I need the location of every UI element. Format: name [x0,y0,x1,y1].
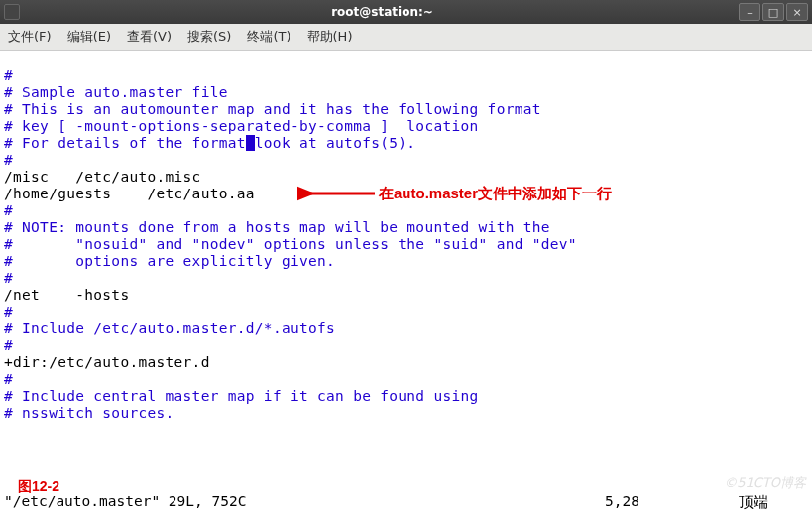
menu-bar: 文件(F) 编辑(E) 查看(V) 搜索(S) 终端(T) 帮助(H) [0,24,812,51]
file-line: # [4,202,13,218]
file-line: /misc /etc/auto.misc [4,169,201,185]
file-line: # [4,304,13,320]
file-line: # key [ -mount-options-separated-by-comm… [4,118,479,134]
maximize-button[interactable]: □ [762,3,784,21]
file-line: # Include /etc/auto.master.d/*.autofs [4,321,335,336]
cursor [246,135,255,151]
file-line: # Sample auto.master file [4,84,228,100]
close-button[interactable]: × [786,3,808,21]
file-line: # [4,337,13,353]
file-line: # This is an automounter map and it has … [4,101,541,117]
watermark: ©51CTO博客 [724,474,806,492]
file-line: # NOTE: mounts done from a hosts map wil… [4,219,550,235]
menu-view[interactable]: 查看(V) [127,28,172,46]
file-line: # [4,152,13,168]
window-title: root@station:~ [26,5,739,19]
status-filename: "/etc/auto.master" 29L, 752C [4,493,246,512]
app-icon [4,4,20,20]
file-line: # [4,371,13,387]
status-scroll: 顶端 [739,493,768,512]
minimize-button[interactable]: – [739,3,760,21]
menu-file[interactable]: 文件(F) [8,28,52,46]
file-line: # [4,67,13,83]
window-titlebar: root@station:~ – □ × [0,0,812,24]
file-line: # options are explicitly given. [4,253,335,269]
menu-search[interactable]: 搜索(S) [187,28,231,46]
menu-terminal[interactable]: 终端(T) [247,28,290,46]
window-controls: – □ × [739,3,808,21]
file-line: +dir:/etc/auto.master.d [4,354,210,370]
menu-edit[interactable]: 编辑(E) [67,28,111,46]
file-line: # [4,270,13,286]
status-position: 5,28 [605,493,639,512]
vim-status-bar: "/etc/auto.master" 29L, 752C 5,28 顶端 [0,493,812,514]
file-line: # For details of the format look at auto… [4,135,415,151]
file-line: # nsswitch sources. [4,405,174,421]
menu-help[interactable]: 帮助(H) [307,28,353,46]
terminal-content[interactable]: # # Sample auto.master file # This is an… [0,51,812,513]
file-line: /home/guests /etc/auto.aa [4,186,255,201]
file-line: # "nosuid" and "nodev" options unless th… [4,236,577,252]
file-line: # Include central master map if it can b… [4,388,479,404]
file-line: /net -hosts [4,287,129,303]
